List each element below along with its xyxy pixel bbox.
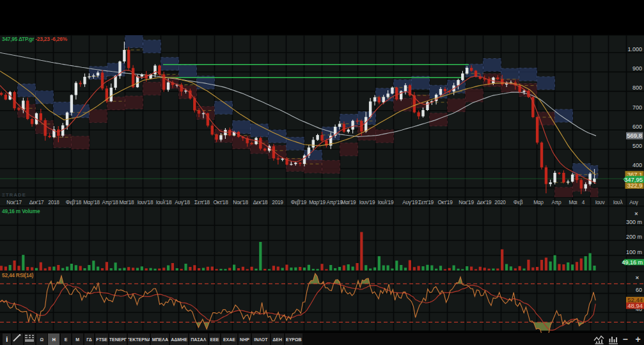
svg-text:49,16 m: 49,16 m <box>622 259 643 266</box>
svg-text:300 m: 300 m <box>626 219 642 225</box>
svg-text:100 m: 100 m <box>626 249 642 255</box>
svg-text:Αυγ: Αυγ <box>629 200 639 205</box>
svg-text:400: 400 <box>632 162 642 168</box>
svg-text:Οκτ'18: Οκτ'18 <box>213 200 228 205</box>
svg-text:Ιουλ'19: Ιουλ'19 <box>378 200 394 205</box>
svg-text:Απρ: Απρ <box>551 200 562 205</box>
svg-text:Νοε'19: Νοε'19 <box>459 200 474 205</box>
svg-text:Απρ'19: Απρ'19 <box>326 200 343 205</box>
svg-text:Ιουν: Ιουν <box>595 200 605 205</box>
svg-text:Νοε'18: Νοε'18 <box>233 200 248 205</box>
svg-text:347,95: 347,95 <box>624 176 643 183</box>
svg-text:2018: 2018 <box>48 200 59 205</box>
svg-text:Απρ'18: Απρ'18 <box>102 200 118 205</box>
svg-text:×: × <box>634 211 638 217</box>
svg-text:Οκτ'19: Οκτ'19 <box>437 200 453 205</box>
svg-text:Σεπ'19: Σεπ'19 <box>418 200 434 205</box>
svg-text:2020: 2020 <box>494 200 506 205</box>
svg-text:60: 60 <box>636 287 642 293</box>
svg-text:Δεκ'17: Δεκ'17 <box>29 200 44 205</box>
svg-text:200 m: 200 m <box>626 234 642 240</box>
svg-text:Νοε'17: Νοε'17 <box>6 200 22 205</box>
svg-text:Ιουν'19: Ιουν'19 <box>359 200 375 205</box>
svg-text:600: 600 <box>632 124 642 130</box>
svg-text:×: × <box>636 275 639 281</box>
svg-text:Ιουλ'18: Ιουλ'18 <box>156 200 172 205</box>
svg-text:700: 700 <box>632 104 642 111</box>
svg-text:Ιουλ: Ιουλ <box>613 200 624 205</box>
svg-text:Μαρ'19: Μαρ'19 <box>309 200 326 205</box>
svg-text:Μαι'18: Μαι'18 <box>120 200 134 205</box>
svg-text:Δεκ'19: Δεκ'19 <box>477 200 492 205</box>
svg-text:4: 4 <box>582 200 585 205</box>
svg-text:52,44 RSI(14): 52,44 RSI(14) <box>2 272 33 278</box>
svg-text:Μαρ'18: Μαρ'18 <box>83 200 100 205</box>
svg-text:2019: 2019 <box>272 200 283 205</box>
svg-text:Φεβ'18: Φεβ'18 <box>66 200 82 205</box>
svg-text:Ιουν'18: Ιουν'18 <box>137 200 153 205</box>
svg-text:800: 800 <box>632 84 642 91</box>
svg-text:Σεπ'18: Σεπ'18 <box>194 200 210 205</box>
svg-text:ΞTRADE: ΞTRADE <box>2 192 26 198</box>
svg-text:49,16 m Volume: 49,16 m Volume <box>2 208 40 214</box>
svg-text:Αυγ'18: Αυγ'18 <box>175 200 190 205</box>
svg-text:Φεβ'19: Φεβ'19 <box>291 200 307 205</box>
svg-text:Μαρ: Μαρ <box>533 200 544 205</box>
svg-text:900: 900 <box>632 65 642 72</box>
svg-text:500: 500 <box>632 143 642 149</box>
svg-text:1.000: 1.000 <box>627 46 642 52</box>
svg-text:322,9: 322,9 <box>627 182 643 189</box>
svg-text:48,94: 48,94 <box>627 302 643 309</box>
svg-text:Φεβ: Φεβ <box>514 200 523 205</box>
svg-text:Αυγ'19: Αυγ'19 <box>402 200 418 205</box>
svg-text:347,95 ΔΤΡ.gr -23,23 -6,26%: 347,95 ΔΤΡ.gr -23,23 -6,26% <box>2 36 68 42</box>
svg-text:Μαι'19: Μαι'19 <box>342 200 356 205</box>
svg-text:569,8: 569,8 <box>627 132 642 139</box>
svg-text:Μαι: Μαι <box>569 200 577 205</box>
svg-text:Δεκ'18: Δεκ'18 <box>253 200 268 205</box>
